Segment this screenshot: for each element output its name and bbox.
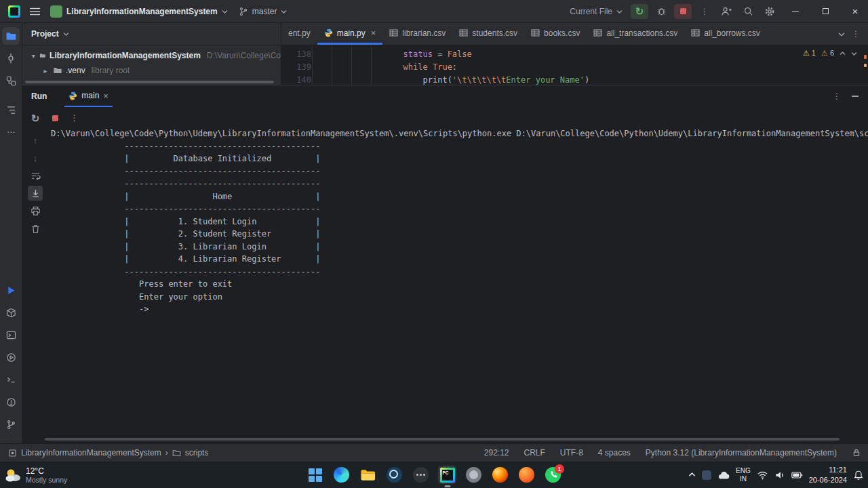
file-encoding[interactable]: UTF-8 — [560, 448, 583, 458]
tray-app-icon[interactable] — [702, 470, 711, 480]
run-configuration-selector[interactable]: Current File — [566, 5, 627, 18]
project-panel-header[interactable]: Project — [22, 23, 281, 45]
next-problem-icon[interactable] — [851, 52, 857, 56]
file-explorer-taskbar-icon[interactable] — [359, 466, 377, 484]
indent-style[interactable]: 4 spaces — [598, 448, 631, 458]
editor-tab[interactable]: students.csv × — [452, 23, 524, 45]
whatsapp-taskbar-icon[interactable]: 1 — [544, 466, 562, 484]
up-stacktrace-button[interactable]: ↑ — [28, 133, 43, 148]
line-separator[interactable]: CRLF — [524, 448, 545, 458]
branch-name: master — [252, 7, 277, 16]
tree-item-name: .venv — [66, 66, 85, 75]
notification-bell-icon[interactable] — [853, 470, 864, 481]
console-more-button[interactable]: ⋮ — [67, 110, 82, 125]
console-line: ---------------------------------------- — [51, 266, 868, 279]
vcs-widget[interactable]: master — [235, 5, 292, 18]
code-editor[interactable]: 138139140 status = False while True: pri… — [281, 45, 868, 85]
more-actions-button[interactable]: ⋮ — [696, 3, 713, 20]
tab-list-chevron-icon[interactable] — [838, 32, 845, 37]
tab-label: ent.py — [288, 28, 311, 38]
commit-tool-button[interactable] — [2, 49, 20, 67]
onedrive-icon[interactable] — [717, 470, 730, 480]
close-tab-icon[interactable]: × — [103, 91, 108, 101]
structure-tool-button[interactable] — [2, 101, 20, 119]
console-output[interactable]: D:\Varun\College\Code\Python\Udemy\Libra… — [45, 127, 868, 435]
rerun-button[interactable]: ↻ — [631, 4, 648, 19]
hide-panel-button[interactable] — [852, 96, 859, 96]
firefox-taskbar-icon[interactable] — [491, 466, 509, 484]
hidden-icons-chevron[interactable] — [688, 472, 696, 477]
language-indicator[interactable]: ENG IN — [736, 467, 751, 483]
weather-icon — [4, 467, 22, 483]
tab-options-button[interactable]: ⋮ — [852, 29, 860, 39]
console-line: | 1. Student Login | — [51, 216, 868, 228]
scroll-to-end-button[interactable] — [28, 186, 43, 201]
debug-button[interactable] — [652, 4, 670, 19]
clock-widget[interactable]: 11:21 20-06-2024 — [809, 465, 847, 485]
maximize-button[interactable] — [812, 0, 838, 22]
start-button[interactable] — [306, 466, 324, 484]
tree-row[interactable]: ▸ .venv library root — [22, 63, 281, 78]
prev-problem-icon[interactable] — [840, 52, 846, 56]
project-widget[interactable]: LibraryInformationManagementSystem — [46, 3, 232, 20]
soft-wrap-icon — [31, 171, 41, 181]
steam-taskbar-icon[interactable] — [385, 466, 403, 484]
search-everywhere-button[interactable] — [739, 3, 757, 20]
editor-tab[interactable]: main.py × — [317, 23, 383, 45]
inspections-widget[interactable]: ⚠ 1 ⚠ 6 — [803, 49, 857, 58]
breadcrumb-module[interactable]: LibraryInformationManagementSystem — [21, 448, 161, 458]
down-stacktrace-button[interactable]: ↓ — [28, 150, 43, 165]
run-tab-main[interactable]: main × — [64, 85, 113, 107]
chevron-down-icon — [616, 9, 623, 14]
editor-tab[interactable]: all_borrows.csv × — [684, 23, 767, 45]
project-tree-hscrollbar[interactable] — [25, 81, 274, 83]
close-tab-icon[interactable]: × — [371, 28, 376, 38]
terminal-tool-button[interactable] — [2, 371, 20, 388]
lock-icon[interactable] — [852, 448, 861, 458]
tree-host: ▾ LibraryInformationManagementSystem D:\… — [22, 48, 281, 78]
run-tool-button[interactable] — [2, 281, 20, 299]
app-logo-icon — [5, 3, 23, 20]
editor-tab[interactable]: ent.py × — [281, 23, 317, 45]
console-hscrollbar[interactable] — [45, 438, 840, 441]
app-taskbar-icon-dark[interactable] — [412, 466, 430, 484]
minimize-button[interactable] — [783, 0, 808, 22]
tree-chevron-icon[interactable]: ▸ — [41, 67, 50, 75]
battery-icon[interactable] — [791, 471, 803, 479]
editor-tab[interactable]: librarian.csv × — [382, 23, 452, 45]
breadcrumb-folder[interactable]: scripts — [185, 448, 209, 458]
more-tool-windows-button[interactable]: ⋯ — [2, 123, 20, 141]
editor-tab[interactable]: books.csv × — [524, 23, 587, 45]
settings-button[interactable] — [761, 3, 778, 20]
project-tool-button[interactable] — [2, 27, 20, 45]
code-with-me-button[interactable] — [717, 3, 735, 20]
caret-position[interactable]: 292:12 — [484, 448, 509, 458]
stop-console-button[interactable] — [47, 110, 62, 125]
python-interpreter[interactable]: Python 3.12 (LibraryInformationManagemen… — [646, 448, 837, 458]
clear-console-button[interactable] — [28, 221, 43, 236]
python-console-tool-button[interactable] — [2, 326, 20, 344]
soft-wrap-button[interactable] — [28, 168, 43, 183]
main-menu-button[interactable] — [26, 3, 43, 20]
editor-tab[interactable]: all_transactions.csv × — [587, 23, 684, 45]
close-button[interactable]: × — [842, 0, 868, 22]
app-taskbar-icon-orange[interactable] — [517, 466, 536, 484]
edge-taskbar-icon[interactable] — [332, 466, 351, 484]
tree-row[interactable]: ▾ LibraryInformationManagementSystem D:\… — [22, 48, 281, 63]
rerun-console-button[interactable]: ↻ — [28, 110, 43, 125]
version-control-tool-button[interactable] — [2, 415, 20, 433]
weather-widget[interactable]: 12°C Mostly sunny — [4, 466, 67, 484]
tree-chevron-icon[interactable]: ▾ — [31, 52, 36, 60]
stop-button[interactable] — [674, 4, 692, 19]
project-tree[interactable]: ▾ LibraryInformationManagementSystem D:\… — [22, 45, 281, 85]
run-panel-options-button[interactable]: ⋮ — [833, 92, 841, 101]
wifi-icon[interactable] — [757, 470, 768, 480]
problems-tool-button[interactable] — [2, 393, 20, 411]
python-packages-tool-button[interactable] — [2, 304, 20, 321]
services-tool-button[interactable] — [2, 348, 20, 366]
volume-icon[interactable] — [774, 470, 785, 480]
pycharm-taskbar-icon[interactable]: PC — [438, 466, 456, 484]
pull-requests-tool-button[interactable] — [2, 72, 20, 89]
app-taskbar-icon-gray[interactable] — [465, 466, 483, 484]
print-button[interactable] — [28, 203, 43, 218]
